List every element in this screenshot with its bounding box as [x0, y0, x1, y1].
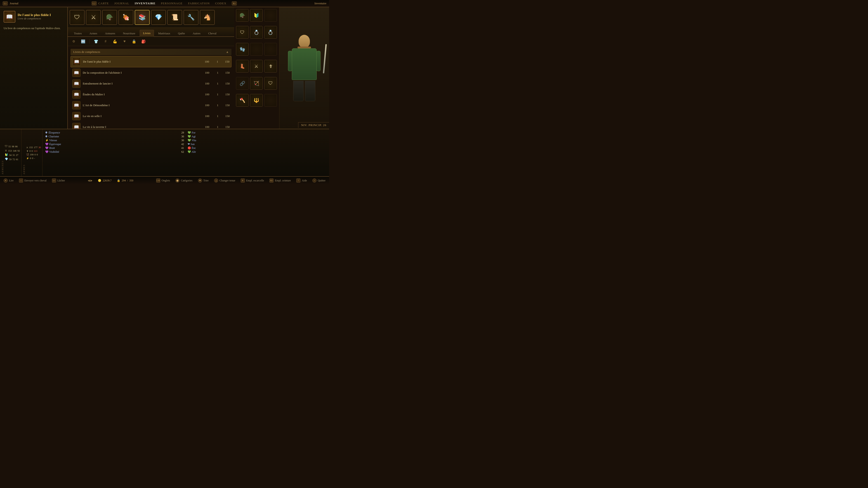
icon-strength[interactable]: 💪 [112, 38, 118, 44]
equip-slot-empty4[interactable]: 🔗 [236, 77, 249, 90]
inv-slot-2[interactable]: 🪖 [102, 10, 117, 25]
top-navigation: L1 Journal L2 CARTE JOURNAL INVENTAIRE P… [0, 0, 329, 7]
item-row[interactable]: 📖 De la composition de l'alchimie I 100 … [70, 67, 231, 78]
btn-onglets[interactable]: L R Onglets [156, 178, 170, 183]
equip-slot-head[interactable]: 🪖 [236, 9, 249, 22]
btn-lacher[interactable]: L1 Lâcher [52, 178, 65, 183]
circle-key: ⬤ [176, 178, 180, 183]
btn-changer-tenue[interactable]: △ Changer tenue [214, 178, 235, 183]
equip-slot-crossbow[interactable]: 🏹 [250, 77, 263, 90]
skill-name-bruit: 💜 Bruit [45, 147, 55, 150]
tab-nourriture[interactable]: Nourriture [120, 30, 139, 37]
item-price-4: 150 [221, 103, 230, 107]
equip-slot-weapon1[interactable]: ⚔ [250, 60, 263, 72]
skill-name-equivoque: 💜 Équivoque [45, 142, 61, 146]
l1-button[interactable]: L1 [3, 1, 8, 5]
skill-san: ❤ San [188, 142, 327, 146]
tab-autres[interactable]: Autres [189, 30, 204, 37]
skill-name-for: 💚 For [188, 131, 195, 134]
envoyer-label: Envoyer vers cheval [24, 179, 46, 182]
btn-envoyer-cheval[interactable]: □ Envoyer vers cheval [19, 178, 46, 183]
circle-quit-key: ○ [312, 178, 316, 183]
trier-label: Trier [204, 179, 209, 182]
item-name-3: Études du Maître I [83, 93, 198, 96]
item-val-0: 100 [200, 60, 209, 64]
btn-aide[interactable]: ? Aide [296, 178, 307, 183]
tab-quete[interactable]: Quête [175, 30, 188, 37]
item-qty-4: 1 [212, 103, 218, 107]
item-icon-4: 📖 [72, 101, 81, 109]
tab-cheval[interactable]: Cheval [205, 30, 220, 37]
r1-button[interactable]: R1 [232, 1, 237, 5]
l1-key-bottom: L1 [52, 178, 56, 183]
equip-slot-chest[interactable]: 🛡 [236, 26, 249, 39]
btn-ceinture[interactable]: R2 Empl. ceinture [270, 178, 291, 183]
equip-slot-axe[interactable]: 🪓 [236, 94, 249, 107]
item-row[interactable]: 📖 De l'ami le plus fidèle I 100 1 150 [70, 56, 231, 67]
inv-slot-1[interactable]: ⚔ [86, 10, 101, 25]
section-livres-competences: Livres de compétences ▲ [70, 49, 231, 55]
journal-label: Journal [10, 2, 18, 5]
inv-slot-8[interactable]: 🐴 [200, 10, 215, 25]
filter-icon[interactable]: ⚙ [70, 38, 77, 44]
nav-fabrication[interactable]: FABRICATION [188, 2, 210, 5]
icon-lock[interactable]: 🔒 [131, 38, 137, 44]
equip-slot-weapon2[interactable]: 🗡 [264, 60, 277, 72]
btn-lire[interactable]: ✕ Lire [4, 178, 13, 183]
tab-toutes[interactable]: Toutes [70, 30, 85, 37]
equip-slot-empty3[interactable] [264, 43, 277, 56]
nav-codex[interactable]: CODEX [215, 2, 226, 5]
item-icon-0: 📖 [72, 58, 81, 66]
nav-carte[interactable]: L2 CARTE [92, 1, 109, 5]
equip-slot-shoulder[interactable]: 🔰 [250, 9, 263, 22]
tab-armes[interactable]: Armes [86, 30, 101, 37]
tab-armures[interactable]: Armures [101, 30, 119, 37]
item-row[interactable]: 📖 L'Art de Démosthène I 100 1 150 [70, 100, 231, 111]
item-val-4: 100 [200, 103, 209, 107]
tab-livres[interactable]: Livres [140, 30, 154, 37]
weapon-row-4: ⚡ 0 0 - [26, 157, 41, 160]
item-row[interactable]: 📖 Entraînement de lancier I 100 1 150 [70, 78, 231, 89]
btn-categories[interactable]: ⬤ Catégories [176, 178, 192, 183]
btn-escarcelle[interactable]: R Empl. escarcelle [241, 178, 264, 183]
icon-bag[interactable]: 🎒 [141, 38, 147, 44]
weapon-row-2: 🗡 0 0 113 [26, 150, 41, 152]
nav-inventaire[interactable]: INVENTAIRE [135, 2, 156, 5]
inv-slot-0[interactable]: 🛡 [70, 10, 85, 25]
nav-arrow-left[interactable]: ◀ ▶ [88, 179, 92, 182]
equip-slot-gloves[interactable]: 🧤 [236, 43, 249, 56]
skill-name-agi: 💚 Agi [188, 135, 195, 138]
equip-slot-ring2[interactable]: 💍 [264, 26, 277, 39]
icon-weight[interactable]: 👕 [93, 38, 99, 44]
item-row[interactable]: 📖 La vie en selle I 100 1 150 [70, 111, 231, 122]
btn-quitter[interactable]: ○ Quitter [312, 178, 326, 183]
tab-materiaux[interactable]: Matériaux [155, 30, 174, 37]
equip-slot-boots[interactable]: 👢 [236, 60, 249, 72]
equip-slot-shield[interactable]: 🛡 [264, 77, 277, 90]
inv-slot-7[interactable]: 🔧 [184, 10, 198, 25]
btn-trier[interactable]: ✚ Trier [198, 178, 209, 183]
niv-badge: NIV. PRINCIP. 26 [298, 122, 329, 128]
item-name-5: La vie en selle I [83, 114, 198, 118]
inv-slot-4[interactable]: 📚 [135, 10, 150, 25]
item-row[interactable]: 📖 Études du Maître I 100 1 150 [70, 89, 231, 100]
icon-heart[interactable]: ♥ [121, 38, 128, 44]
equip-slot-empty2[interactable] [250, 43, 263, 56]
inv-slot-6[interactable]: 📜 [167, 10, 182, 25]
equip-slot-empty5[interactable] [264, 94, 277, 107]
nav-journal[interactable]: JOURNAL [114, 2, 129, 5]
equip-slot-spear[interactable]: 🔱 [250, 94, 263, 107]
icon-hash[interactable]: # [102, 38, 109, 44]
equip-slot-ring1[interactable]: 💍 [250, 26, 263, 39]
skills-section: 🗣 Éloquence 29 💚 For 🗣 Charisme 30 💚 Agi… [42, 129, 329, 176]
skill-name-san: ❤ San [188, 142, 195, 146]
inv-slot-5[interactable]: 💎 [151, 10, 166, 25]
nav-personnage[interactable]: PERSONNAGE [161, 2, 183, 5]
inv-slot-3[interactable]: 🍖 [119, 10, 133, 25]
equip-slot-empty1[interactable] [264, 9, 277, 22]
armor-row-1: 🛡 55 98 86 [5, 144, 20, 148]
sort-az-icon[interactable]: 🔤 [80, 38, 86, 44]
skill-agi: 💚 Agi [188, 135, 327, 138]
skill-val-bruit: 41 [181, 147, 184, 150]
skill-val-equivoque: 42 [181, 142, 184, 146]
